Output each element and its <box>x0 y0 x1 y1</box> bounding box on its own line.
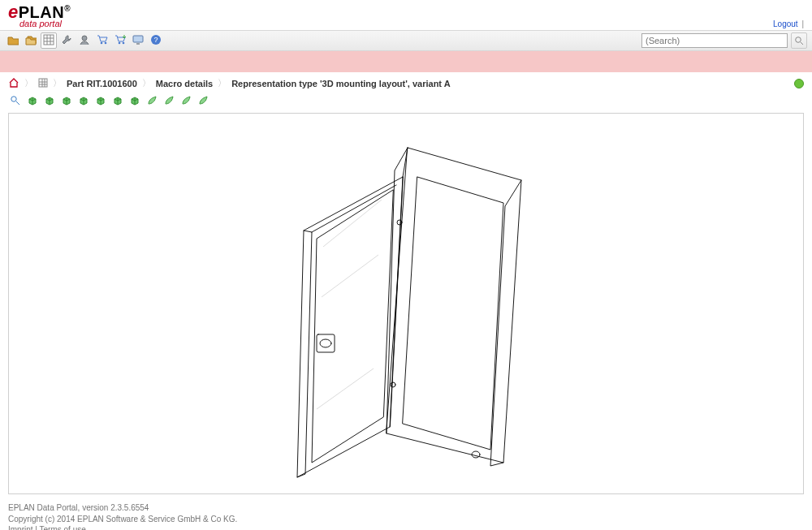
cube-right-icon <box>95 95 106 108</box>
crumb-representation: Representation type '3D mounting layout'… <box>231 79 450 88</box>
folder-button[interactable] <box>5 32 21 49</box>
brand-logo: ePLAN® data portal <box>8 3 71 28</box>
svg-rect-25 <box>317 334 335 352</box>
grid-button[interactable] <box>41 32 57 49</box>
breadcrumb: 〉 〉 Part RIT.1001600 〉 Macro details 〉 R… <box>8 77 451 89</box>
svg-point-8 <box>119 42 121 45</box>
cube-left-button[interactable] <box>59 94 73 108</box>
svg-point-26 <box>320 339 331 347</box>
viewer-toolbar <box>0 93 812 113</box>
cube-bottom-button[interactable] <box>127 94 141 108</box>
svg-point-6 <box>101 42 103 45</box>
leaf-button[interactable] <box>162 94 175 108</box>
cube-iso-icon <box>27 95 38 108</box>
logout-link[interactable]: Logout <box>773 19 798 28</box>
footer-copyright: Copyright (c) 2014 EPLAN Software & Serv… <box>8 514 804 525</box>
svg-point-9 <box>123 42 125 45</box>
folder-copy-button[interactable] <box>23 32 39 49</box>
zoom-fit-button[interactable] <box>8 94 22 108</box>
svg-point-28 <box>391 382 395 387</box>
cube-front-icon <box>44 95 55 108</box>
cube-top-icon <box>78 95 89 108</box>
cube-right-button[interactable] <box>93 94 107 108</box>
leaf-icon <box>180 95 192 108</box>
online-status-icon <box>794 79 804 88</box>
cube-left-icon <box>61 95 72 108</box>
cube-front-button[interactable] <box>42 94 56 108</box>
monitor-icon <box>132 34 144 47</box>
zoom-fit-icon <box>10 95 21 108</box>
footer-imprint-link[interactable]: Imprint <box>8 525 33 530</box>
cart-down-icon <box>114 34 126 47</box>
footer: EPLAN Data Portal, version 2.3.5.6554 Co… <box>0 499 812 530</box>
leaf-button[interactable] <box>196 94 209 108</box>
svg-rect-16 <box>39 79 47 87</box>
svg-text:?: ? <box>153 36 158 44</box>
divider: | <box>800 19 804 28</box>
search-button[interactable] <box>791 32 807 49</box>
svg-rect-11 <box>136 43 140 45</box>
svg-line-22 <box>16 101 19 105</box>
leaf-button[interactable] <box>179 94 192 108</box>
cube-back-icon <box>112 95 123 108</box>
leaf-icon <box>163 95 175 108</box>
wrench-icon <box>61 34 72 47</box>
svg-point-14 <box>796 37 801 43</box>
folder-copy-icon <box>25 34 37 47</box>
cart-down-button[interactable] <box>112 32 128 49</box>
cube-bottom-icon <box>129 95 140 108</box>
svg-line-30 <box>323 200 382 247</box>
grid-small-icon[interactable] <box>38 78 48 89</box>
folder-icon <box>7 34 19 47</box>
svg-point-21 <box>11 96 15 101</box>
svg-point-27 <box>397 220 402 225</box>
grid-icon <box>43 34 54 47</box>
svg-point-5 <box>82 36 87 41</box>
leaf-icon <box>197 95 209 108</box>
top-toolbar: ? <box>0 30 812 51</box>
footer-terms-link[interactable]: Terms of use <box>40 525 86 530</box>
cart-icon <box>97 34 108 47</box>
footer-version: EPLAN Data Portal, version 2.3.5.6554 <box>8 502 804 514</box>
cart-button[interactable] <box>94 32 110 49</box>
cube-iso-button[interactable] <box>25 94 39 108</box>
help-icon: ? <box>150 34 162 47</box>
help-button[interactable]: ? <box>148 32 164 49</box>
head-icon <box>79 34 90 47</box>
enclosure-3d-model <box>260 125 552 482</box>
cube-top-button[interactable] <box>76 94 90 108</box>
wrench-button[interactable] <box>58 32 75 49</box>
svg-point-29 <box>472 451 480 458</box>
leaf-button[interactable] <box>145 94 158 108</box>
crumb-macro[interactable]: Macro details <box>156 79 213 88</box>
svg-line-32 <box>317 368 374 409</box>
svg-line-15 <box>801 42 803 45</box>
cube-back-button[interactable] <box>110 94 124 108</box>
notification-band <box>0 51 812 72</box>
svg-rect-10 <box>133 36 143 42</box>
3d-viewer[interactable] <box>8 113 804 494</box>
leaf-icon <box>146 95 158 108</box>
search-icon <box>794 36 804 45</box>
svg-line-31 <box>322 255 378 297</box>
crumb-part[interactable]: Part RIT.1001600 <box>67 79 137 88</box>
monitor-button[interactable] <box>130 32 146 49</box>
head-button[interactable] <box>76 32 93 49</box>
search-input[interactable] <box>641 33 788 48</box>
svg-point-7 <box>105 42 107 45</box>
svg-rect-0 <box>44 35 54 45</box>
home-icon[interactable] <box>8 78 19 89</box>
